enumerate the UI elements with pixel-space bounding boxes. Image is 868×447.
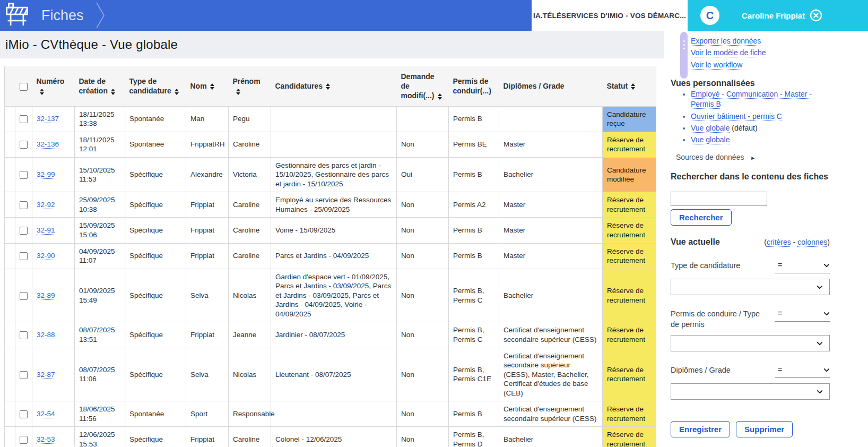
filter-operator-select[interactable]: = bbox=[775, 365, 830, 378]
filter-value-select[interactable] bbox=[671, 279, 830, 295]
cell-number: 32-88 bbox=[32, 322, 75, 348]
view-link[interactable]: Vue globale bbox=[691, 135, 730, 144]
record-link[interactable]: 32-91 bbox=[37, 226, 55, 234]
cell-demande: Non bbox=[397, 218, 449, 243]
action-link-voir-le-workflow[interactable]: Voir le workflow bbox=[691, 61, 742, 69]
record-link[interactable]: 32-88 bbox=[37, 331, 55, 339]
criteria-link[interactable]: critères bbox=[767, 238, 791, 246]
view-edit-links: (critères - colonnes) bbox=[764, 238, 830, 246]
delete-view-button[interactable]: Supprimer bbox=[736, 421, 793, 437]
sort-icon bbox=[631, 83, 635, 90]
sources-toggle[interactable]: Sources de données ► bbox=[676, 153, 830, 161]
list-item: Ouvrier bâtiment - permis C bbox=[691, 111, 830, 122]
cell-demande: Non bbox=[397, 192, 449, 218]
row-checkbox[interactable] bbox=[20, 252, 28, 260]
record-link[interactable]: 32-54 bbox=[37, 410, 55, 418]
cell-type: Spontanée bbox=[125, 401, 186, 427]
search-button[interactable]: Rechercher bbox=[671, 209, 732, 226]
row-checkbox[interactable] bbox=[20, 371, 28, 379]
cell-demande: Oui bbox=[397, 157, 449, 192]
save-view-button[interactable]: Enregistrer bbox=[671, 421, 730, 437]
cell-checkbox bbox=[15, 218, 32, 243]
record-link[interactable]: 32-92 bbox=[37, 201, 55, 209]
status-badge: Réserve de recrutement bbox=[603, 243, 656, 269]
cell-permis: Permis B bbox=[449, 157, 499, 192]
status-badge: Candidature reçue bbox=[603, 106, 656, 132]
record-link[interactable]: 32-90 bbox=[37, 252, 55, 260]
column-header-statut[interactable]: Statut bbox=[603, 66, 656, 106]
search-input[interactable] bbox=[671, 192, 767, 206]
cell-nom: Alexandre bbox=[186, 157, 229, 192]
record-link[interactable]: 32-87 bbox=[37, 371, 55, 379]
cell-demande: Non bbox=[397, 401, 449, 427]
cell-prenom: Caroline bbox=[229, 132, 271, 157]
avatar: C bbox=[700, 6, 719, 25]
row-checkbox[interactable] bbox=[20, 436, 28, 444]
view-link[interactable]: Vue globale bbox=[691, 124, 730, 132]
column-header-pr-nom[interactable]: Prénom bbox=[229, 66, 271, 106]
row-checkbox[interactable] bbox=[20, 201, 28, 209]
record-link[interactable]: 32-89 bbox=[37, 291, 55, 299]
column-header-date-de-cr-ation[interactable]: Date de création bbox=[75, 66, 125, 106]
columns-link[interactable]: colonnes bbox=[797, 238, 827, 246]
filter-operator-select[interactable]: = bbox=[775, 261, 830, 273]
table-row: 32-9225/09/2025 10:38SpécifiqueFrippiatC… bbox=[5, 192, 656, 218]
action-link-exporter-les-donn-es[interactable]: Exporter les données bbox=[691, 37, 761, 45]
cell-number: 32-87 bbox=[32, 348, 75, 401]
filter-operator-value: = bbox=[778, 365, 782, 374]
cell-checkbox bbox=[15, 269, 32, 322]
app-logo[interactable] bbox=[0, 0, 34, 31]
row-checkbox[interactable] bbox=[20, 410, 28, 418]
panel-handle[interactable] bbox=[680, 32, 688, 79]
row-checkbox[interactable] bbox=[20, 331, 28, 339]
column-header-nom[interactable]: Nom bbox=[186, 66, 229, 106]
current-view-title: Vue actuelle bbox=[671, 237, 720, 247]
column-header-label: Prénom bbox=[233, 77, 261, 85]
cell-permis: Permis B, Permis C1E bbox=[449, 348, 499, 401]
filter-operator-select[interactable]: = bbox=[775, 309, 830, 322]
chevron-down-icon bbox=[817, 340, 822, 346]
teleservices-tab-label: IA.TÉLÉSERVICES D'IMIO - VOS DÉMARC... bbox=[533, 12, 686, 20]
column-header-num-ro[interactable]: Numéro bbox=[32, 66, 75, 106]
action-link-voir-le-mod-le-de-fiche[interactable]: Voir le modèle de fiche bbox=[691, 48, 766, 57]
cell-candidatures bbox=[271, 132, 397, 157]
view-link[interactable]: Employé - Communication - Master - Permi… bbox=[691, 90, 812, 108]
filter-value-select[interactable] bbox=[671, 383, 830, 400]
column-header-candidatures[interactable]: Candidatures bbox=[271, 66, 397, 106]
column-header-demande-de-modifi[interactable]: Demande de modifi(...) bbox=[397, 66, 449, 106]
cell-permis: Permis A2 bbox=[449, 192, 499, 218]
cell-diplomes: Bachelier bbox=[499, 269, 603, 322]
table-header-row: NuméroDate de créationType de candidatur… bbox=[5, 66, 656, 106]
row-checkbox[interactable] bbox=[20, 141, 28, 149]
table-row: 32-5418/06/2025 11:56SpontanéeSportRespo… bbox=[5, 401, 656, 427]
filter-value-select[interactable] bbox=[671, 335, 830, 351]
select-all-checkbox[interactable] bbox=[20, 83, 28, 91]
column-header-type-de-candidature[interactable]: Type de candidature bbox=[125, 66, 186, 106]
breadcrumb-chevron-icon bbox=[96, 0, 106, 31]
row-checkbox[interactable] bbox=[20, 227, 28, 235]
cell-date: 15/10/2025 11:53 bbox=[75, 157, 125, 192]
teleservices-tab[interactable]: IA.TÉLÉSERVICES D'IMIO - VOS DÉMARC... bbox=[532, 0, 688, 31]
cell-candidatures: Lieutenant - 08/07/2025 bbox=[271, 348, 397, 401]
row-checkbox[interactable] bbox=[20, 292, 28, 300]
record-link[interactable]: 32-53 bbox=[37, 435, 55, 443]
cell-permis: Permis B bbox=[449, 401, 499, 427]
cell-spacer bbox=[5, 427, 15, 447]
cell-demande: Non bbox=[397, 348, 449, 401]
chevron-down-icon bbox=[823, 310, 829, 315]
app-title[interactable]: Fiches bbox=[34, 0, 84, 31]
record-link[interactable]: 32-136 bbox=[37, 140, 59, 148]
record-link[interactable]: 32-137 bbox=[37, 115, 59, 123]
row-checkbox[interactable] bbox=[20, 115, 28, 123]
logout-icon[interactable] bbox=[810, 9, 822, 22]
page-title: iMio - CVthèque - Vue globale bbox=[5, 37, 178, 52]
record-link[interactable]: 32-99 bbox=[37, 170, 55, 178]
filter-group: Permis de conduire / Type de permis= bbox=[671, 309, 830, 351]
user-chip[interactable]: C Caroline Frippiat bbox=[688, 0, 868, 31]
row-checkbox[interactable] bbox=[20, 171, 28, 179]
view-link[interactable]: Ouvrier bâtiment - permis C bbox=[691, 112, 782, 121]
list-item: Vue globale bbox=[691, 135, 830, 145]
sort-icon bbox=[210, 83, 214, 90]
cell-number: 32-89 bbox=[32, 269, 75, 322]
chevron-down-icon bbox=[817, 388, 822, 394]
